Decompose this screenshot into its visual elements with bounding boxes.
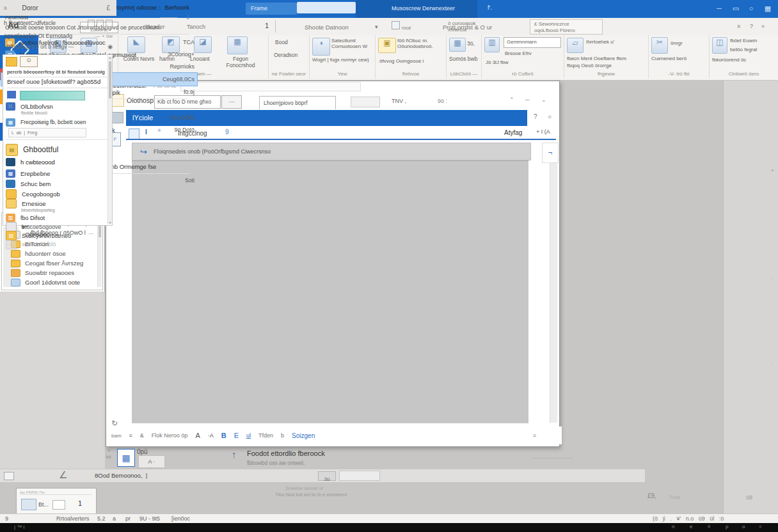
layout-icon[interactable]: ▥ <box>484 37 500 52</box>
pane-row-3[interactable]: DfbOfbog b b ort b fiesgv — ◉ <box>6 42 113 51</box>
pane-item-4[interactable]: ▦ Erepbebne <box>6 169 109 178</box>
ribbon-collapse-icon[interactable]: ≡ <box>737 23 740 29</box>
g9-line1[interactable]: önrgr <box>671 40 683 46</box>
g4-line2[interactable]: Wogrt | fugx nvrmyr cew) <box>312 57 374 63</box>
pane-header[interactable]: ä Doror £ <box>0 0 116 16</box>
pane-item-8[interactable]: ▥ fbo Difsot <box>6 214 109 222</box>
pane-item-1[interactable]: ▦ Frecpoiseig fb, bcbett ooen <box>6 118 109 127</box>
folder-item-3[interactable]: Ceogat fbser Åvrszeg <box>3 258 97 268</box>
body-scroll-top[interactable]: ¬ <box>542 143 559 163</box>
taskbar-left[interactable]: | ™ i <box>14 524 24 530</box>
g3-line1[interactable]: Bood <box>275 39 288 45</box>
pane-row3-circle-icon[interactable]: ◉ <box>107 43 113 50</box>
restore-icon[interactable]: ▭ <box>728 4 743 13</box>
g9-line2[interactable]: Cuenened berö <box>651 56 687 61</box>
taskbar-app-2[interactable]: e <box>690 524 692 529</box>
pane-folder-icon[interactable] <box>6 57 17 66</box>
status-item-6[interactable]: [ien0oc <box>171 515 190 522</box>
inner-min-icon[interactable]: ⌃ <box>509 97 514 103</box>
book-icon[interactable]: ◫ <box>712 37 727 54</box>
pane-item-6[interactable]: Ceogoboogob <box>6 189 109 198</box>
grid-menu-icon[interactable]: ▦ <box>760 4 775 13</box>
folder-item-5[interactable]: Goorl 1édotvrst oote <box>3 278 97 287</box>
inner-circle-icon[interactable]: ○ <box>548 113 552 120</box>
pane-item-2-header[interactable]: ▤ Ghboottful <box>6 143 109 156</box>
inner-close-icon[interactable]: ⌄ <box>541 97 546 103</box>
pane-card-line2[interactable]: Brseef ouoe [sfoketowtlf? agbö55d <box>7 78 108 88</box>
context-menu-tab[interactable]: Lhoerrjpiovo böprf <box>259 96 336 109</box>
bottom-bar-text[interactable]: 8Ood Bemoonoo, | <box>95 472 147 479</box>
qat-right-box[interactable]: £ Sewohnczrce oqoLfbooü Fbrero <box>530 19 603 35</box>
speaker-icon[interactable]: ◖ <box>312 38 330 56</box>
signature-button[interactable]: Soizgen <box>292 432 315 439</box>
list-icon[interactable]: ≡ <box>129 432 132 439</box>
fmt-b[interactable]: b <box>281 432 284 439</box>
folder-item-2[interactable]: hduonterr ösoe <box>3 249 97 258</box>
fmt-bam[interactable]: bam <box>111 433 122 439</box>
bottom-box[interactable]: 3ü <box>318 471 336 481</box>
body-scrollbar[interactable] <box>550 163 557 423</box>
search-box[interactable]: Frame <box>246 3 297 15</box>
attach-icon[interactable]: & <box>140 432 144 439</box>
taskbar-app-4[interactable]: p <box>726 524 728 529</box>
context-menu-tab2-box[interactable] <box>351 97 380 107</box>
pane-scrollbar[interactable]: ▲ ▼ <box>107 56 112 224</box>
qat-right-1a[interactable]: ö curooasok <box>448 20 476 26</box>
pane-mini-toolbar[interactable]: L ab | Frrrg <box>8 128 86 137</box>
feedback-font-box[interactable]: A · <box>138 455 165 468</box>
g8-line1[interactable]: Ihrrtoehek u' <box>586 39 614 45</box>
g7-line2[interactable]: Jö 3lJ fbw <box>486 59 509 65</box>
inner-help-icon[interactable]: ? <box>534 113 537 120</box>
pane-below-icon[interactable]: £9, <box>647 492 656 499</box>
note-icon[interactable]: ▣ <box>378 38 396 53</box>
expand-icon[interactable]: » <box>761 23 765 29</box>
tag-icon[interactable]: ▱ <box>567 38 584 53</box>
g4-line1[interactable]: Satectlumt Cornuotooen W <box>331 38 374 49</box>
pane-row-2[interactable]: ognctleopfgit Ot Eernotadg — + öw <box>4 31 113 41</box>
g10-line3[interactable]: fbkorüorend öc <box>712 57 746 63</box>
message-body[interactable] <box>132 160 528 423</box>
fmt-font-name[interactable]: Flok Neroo öp <box>152 432 188 439</box>
table-icon[interactable]: ▦ <box>449 38 466 52</box>
recipient-dropdown[interactable]: — <box>221 95 242 109</box>
taskbar-app-3[interactable]: ≡ <box>708 524 711 529</box>
fmt-tfden[interactable]: Tfden <box>258 432 273 439</box>
circle-icon[interactable]: ○ <box>743 4 759 12</box>
pane-row1-buttons[interactable] <box>88 20 113 27</box>
scissors-icon[interactable]: ✂ <box>651 37 668 54</box>
g2-btn4-label[interactable]: Fegon Fonocrshod <box>218 56 263 68</box>
pane-item-0[interactable]: ∷ OlLbtbofvsn <box>6 102 109 110</box>
pane-item-7[interactable]: Ernesioe <box>6 199 109 207</box>
g6-line2[interactable]: Somös bwb <box>449 56 477 62</box>
overflow-icon[interactable]: ≡ <box>533 432 536 439</box>
help-icon[interactable]: ? <box>750 23 753 29</box>
taskbar-app-6[interactable]: = <box>759 524 762 529</box>
pane-pin-icon[interactable]: £ <box>106 4 110 12</box>
chevron-down-icon[interactable]: ▾ <box>375 24 378 30</box>
minimize-icon[interactable]: ─ <box>711 4 727 12</box>
g5-line1[interactable]: föö ñObuc m. Oöuriodoebroö. <box>397 38 443 49</box>
pane-item-3[interactable]: h cwbteoood <box>6 157 109 166</box>
g8-line3[interactable]: fbqoq Oeoö örorrge <box>567 63 612 68</box>
pane-banner-image[interactable] <box>20 91 85 100</box>
g10-line2[interactable]: betöo fegral <box>730 47 757 52</box>
bold-button[interactable]: B <box>221 432 226 439</box>
g8-line2[interactable]: fbecn Ment Ooefbere ffem <box>567 56 626 61</box>
folder-item-4[interactable]: Suowbtr repaooes <box>3 268 97 278</box>
g3-line2[interactable]: Oeradson <box>274 52 298 58</box>
pane-row-1[interactable]: h fbprtöretCrdfvtscle <box>4 18 113 28</box>
g10-line1[interactable]: fböet Euwm <box>730 38 757 43</box>
qat-small-icon[interactable] <box>392 21 400 29</box>
styling-tab[interactable]: Atyfag <box>504 129 522 136</box>
underline-button[interactable]: ul <box>246 432 251 439</box>
g5-line2[interactable]: öfvvog Oomgoooe i <box>379 58 424 64</box>
meeting-icon[interactable]: ▦ <box>227 36 248 54</box>
context-menu-tab2[interactable]: TNV , <box>392 98 406 104</box>
taskbar-app-1[interactable]: n <box>672 524 674 529</box>
feedback-grid-button[interactable]: ▦ <box>117 449 135 467</box>
styling-tools[interactable]: + ï (A <box>536 129 550 135</box>
style-dropdown[interactable]: Gemmnmarn <box>504 37 561 48</box>
g7-line1[interactable]: Brsooe Efrv <box>505 51 532 56</box>
pane-box-icon[interactable]: ⊙ <box>20 56 38 67</box>
pane-item-11[interactable]: wcwLbCbfblö <box>6 240 109 248</box>
